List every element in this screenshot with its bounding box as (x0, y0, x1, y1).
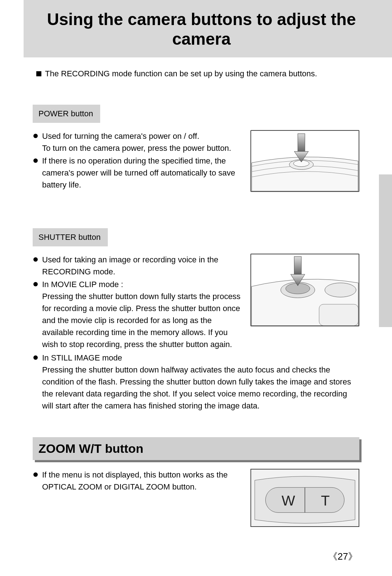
intro-row: The RECORDING mode function can be set u… (36, 69, 359, 78)
side-tab (379, 174, 392, 327)
square-bullet-icon (36, 71, 41, 76)
text: If there is no operation during the spec… (42, 156, 235, 189)
zoom-heading: ZOOM W/T button (38, 442, 354, 456)
bracket-right-icon: 》 (348, 551, 358, 562)
page-number-value: 27 (338, 551, 348, 562)
intro-text: The RECORDING mode function can be set u… (45, 69, 317, 78)
shutter-section: SHUTTER button Used for taking an image … (33, 228, 359, 412)
manual-page: Using the camera buttons to adjust the c… (0, 0, 392, 576)
zoom-t-label: T (321, 492, 330, 508)
power-button-illustration (250, 130, 359, 192)
page-title: Using the camera buttons to adjust the c… (33, 9, 392, 49)
text: Pressing the shutter button down fully s… (42, 292, 241, 349)
shutter-list-wide: In STILL IMAGE mode Pressing the shutter… (33, 352, 359, 412)
text: In STILL IMAGE mode (42, 353, 122, 362)
svg-point-6 (325, 283, 356, 297)
list-item: If there is no operation during the spec… (33, 155, 242, 191)
bracket-left-icon: 《 (328, 551, 338, 562)
svg-rect-7 (319, 304, 358, 326)
text: To turn on the camera power, press the p… (42, 144, 231, 153)
zoom-body: If the menu is not displayed, this butto… (33, 469, 359, 527)
svg-rect-8 (294, 257, 302, 274)
title-band: Using the camera buttons to adjust the c… (24, 0, 392, 57)
list-item: In MOVIE CLIP mode : Pressing the shutte… (33, 278, 242, 350)
zoom-header: ZOOM W/T button (33, 437, 359, 460)
zoom-button-illustration: W T (250, 469, 359, 527)
text: Used for turning the camera's power on /… (42, 132, 199, 141)
shutter-label: SHUTTER button (33, 228, 108, 246)
text: If the menu is not displayed, this butto… (42, 470, 228, 491)
shutter-list: Used for taking an image or recording vo… (33, 254, 242, 350)
power-label: POWER button (33, 105, 100, 123)
zoom-w-label: W (282, 492, 295, 508)
text: Pressing the shutter button down halfway… (42, 365, 351, 410)
list-item: If the menu is not displayed, this butto… (33, 469, 242, 493)
text: In MOVIE CLIP mode : (42, 280, 123, 289)
zoom-list: If the menu is not displayed, this butto… (33, 469, 242, 493)
svg-rect-2 (298, 134, 305, 152)
shutter-button-illustration (250, 254, 359, 326)
list-item: Used for turning the camera's power on /… (33, 130, 242, 154)
power-section: POWER button Used for turning the camera… (33, 105, 359, 192)
power-list: Used for turning the camera's power on /… (33, 130, 242, 191)
page-number: 《27》 (328, 550, 358, 563)
list-item: Used for taking an image or recording vo… (33, 254, 242, 278)
text: Used for taking an image or recording vo… (42, 255, 218, 276)
list-item: In STILL IMAGE mode Pressing the shutter… (33, 352, 359, 412)
